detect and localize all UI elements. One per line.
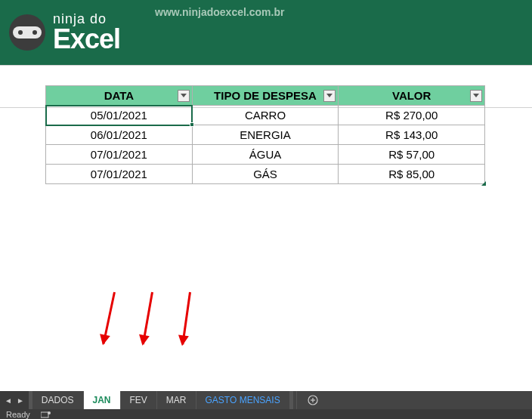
col-header-valor[interactable]: VALOR (339, 86, 485, 106)
filter-button-valor[interactable] (470, 90, 482, 102)
table-row[interactable]: 06/01/2021 ENERGIA R$ 143,00 (46, 125, 485, 145)
table-row[interactable]: 07/01/2021 GÁS R$ 85,00 (46, 165, 485, 184)
filter-button-tipo[interactable] (323, 90, 336, 102)
status-ready: Ready (6, 410, 30, 419)
col-header-tipo[interactable]: TIPO DE DESPESA (192, 86, 339, 106)
arrow-icon (102, 292, 115, 344)
cell-valor-1[interactable]: R$ 143,00 (339, 125, 485, 145)
cell-value: 05/01/2021 (91, 109, 147, 122)
worksheet-area[interactable]: DATA TIPO DE DESPESA VALOR (0, 65, 532, 391)
add-sheet-button[interactable] (296, 391, 329, 409)
cell-data-2[interactable]: 07/01/2021 (46, 145, 193, 165)
cell-data-1[interactable]: 06/01/2021 (46, 125, 193, 145)
cell-tipo-2[interactable]: ÁGUA (192, 145, 339, 165)
table-row[interactable]: 07/01/2021 ÁGUA R$ 57,00 (46, 145, 485, 165)
col-header-valor-label: VALOR (392, 89, 431, 102)
cell-tipo-0[interactable]: CARRO (192, 106, 339, 125)
arrow-icon (181, 292, 191, 345)
dropdown-icon (181, 94, 187, 97)
filter-button-data[interactable] (178, 90, 190, 102)
col-header-data-label: DATA (104, 89, 134, 102)
col-header-tipo-label: TIPO DE DESPESA (214, 89, 317, 102)
sheet-tab-bar: ◄ ► DADOS JAN FEV MAR GASTO MENSAIS (0, 391, 532, 409)
expenses-table: DATA TIPO DE DESPESA VALOR (45, 85, 485, 184)
cell-tipo-3[interactable]: GÁS (192, 165, 339, 184)
sheet-tab-gasto-mensais[interactable]: GASTO MENSAIS (196, 391, 290, 409)
svg-point-4 (48, 411, 51, 414)
status-bar: Ready (0, 409, 532, 419)
tab-nav-group: ◄ ► (0, 391, 29, 409)
dropdown-icon (473, 94, 479, 97)
tab-spacer (290, 391, 293, 409)
brand-url: www.ninjadoexcel.com.br (155, 6, 284, 18)
cell-tipo-1[interactable]: ENERGIA (192, 125, 339, 145)
sheet-tab-fev[interactable]: FEV (121, 391, 157, 409)
plus-circle-icon (308, 395, 318, 405)
brand-bottom-text: Excel (53, 26, 120, 53)
tab-bar-rest (329, 391, 532, 409)
header-banner: ninja do Excel www.ninjadoexcel.com.br (0, 0, 532, 65)
col-header-data[interactable]: DATA (46, 86, 193, 106)
dropdown-icon (326, 94, 332, 97)
arrow-icon (142, 292, 153, 344)
cell-valor-2[interactable]: R$ 57,00 (339, 145, 485, 165)
tab-nav-prev[interactable]: ◄ (5, 396, 12, 405)
cell-data-3[interactable]: 07/01/2021 (46, 165, 193, 184)
cell-valor-3[interactable]: R$ 85,00 (339, 165, 485, 184)
cell-valor-0[interactable]: R$ 270,00 (339, 106, 485, 125)
sheet-tab-dados[interactable]: DADOS (32, 391, 84, 409)
svg-rect-3 (41, 412, 48, 417)
sheet-tab-mar[interactable]: MAR (157, 391, 196, 409)
cell-data-0[interactable]: 05/01/2021 (46, 106, 193, 125)
table-header-row: DATA TIPO DE DESPESA VALOR (46, 86, 485, 106)
macro-record-icon[interactable] (41, 411, 51, 418)
brand-logo: ninja do Excel (9, 12, 120, 53)
tab-nav-next[interactable]: ► (17, 396, 24, 405)
ninja-icon (9, 14, 45, 51)
table-row[interactable]: 05/01/2021 CARRO R$ 270,00 (46, 106, 485, 125)
sheet-tab-jan[interactable]: JAN (84, 391, 121, 409)
